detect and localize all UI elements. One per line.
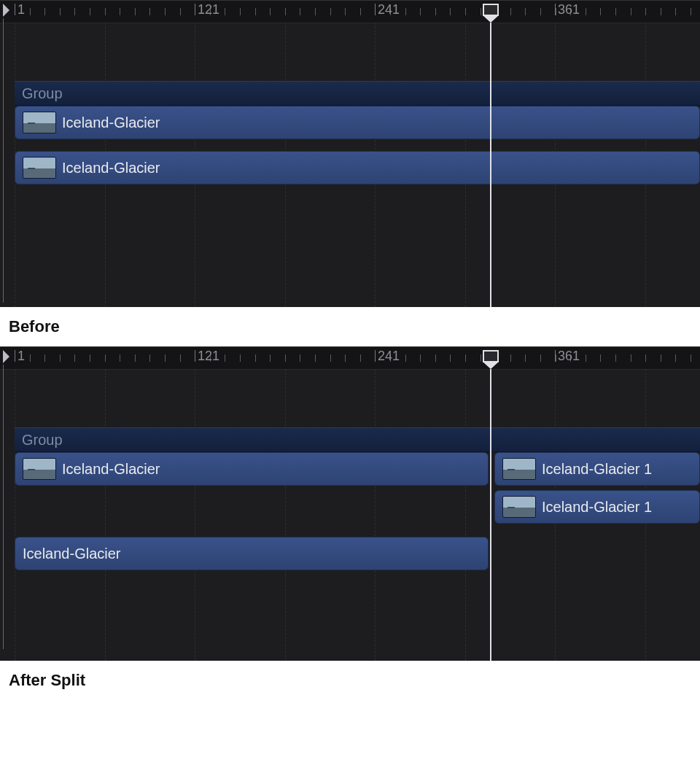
ruler-tick	[135, 354, 136, 362]
caption-before: Before	[9, 317, 700, 336]
ruler-tick	[180, 354, 181, 362]
gridline	[195, 369, 195, 661]
ruler-tick	[180, 8, 181, 15]
ruler-tick	[165, 354, 166, 362]
ruler-tick	[90, 8, 90, 15]
ruler-tick	[120, 354, 120, 362]
start-marker-icon[interactable]	[3, 350, 9, 363]
timeline-ruler[interactable]: 1121241361	[0, 1, 700, 23]
ruler-tick	[315, 354, 316, 362]
ruler-tick	[135, 8, 136, 15]
group-header[interactable]: Group	[15, 427, 700, 452]
timeline-clip[interactable]: Iceland-Glacier	[15, 537, 489, 570]
ruler-major-tick	[375, 350, 376, 362]
ruler-tick	[270, 354, 271, 362]
gridline	[105, 369, 106, 661]
ruler-tick	[345, 8, 346, 15]
ruler-tick-label: 121	[198, 2, 219, 18]
ruler-tick	[465, 8, 466, 15]
ruler-tick	[420, 354, 421, 362]
ruler-tick	[30, 8, 31, 15]
ruler-tick	[255, 8, 256, 15]
ruler-tick	[120, 8, 120, 15]
caption-after: After Split	[9, 671, 700, 690]
ruler-tick	[691, 354, 691, 362]
ruler-major-tick	[15, 4, 15, 15]
ruler-major-tick	[195, 4, 195, 15]
ruler-major-tick	[15, 350, 15, 362]
clip-thumbnail-icon	[23, 112, 56, 133]
ruler-tick	[675, 354, 676, 362]
ruler-tick	[495, 8, 496, 15]
timeline-clip[interactable]: Iceland-Glacier	[15, 106, 700, 139]
ruler-tick	[300, 354, 300, 362]
ruler-tick	[420, 8, 421, 15]
clip-thumbnail-icon	[502, 496, 536, 518]
ruler-tick	[661, 8, 661, 15]
ruler-tick-label: 121	[198, 349, 219, 364]
clip-label: Iceland-Glacier	[23, 546, 121, 562]
ruler-tick-label: 361	[558, 349, 580, 364]
ruler-tick	[586, 8, 586, 15]
ruler-tick	[30, 354, 31, 362]
ruler-tick	[405, 8, 406, 15]
ruler-tick	[405, 354, 406, 362]
ruler-tick	[149, 8, 150, 15]
timeline-ruler[interactable]: 1121241361	[0, 347, 700, 370]
timeline-clip[interactable]: Iceland-Glacier	[15, 151, 700, 185]
ruler-tick	[510, 354, 511, 362]
timeline-clip[interactable]: Iceland-Glacier 1	[494, 490, 700, 524]
ruler-tick	[105, 8, 106, 15]
ruler-tick-label: 241	[378, 349, 400, 364]
timeline-clip[interactable]: Iceland-Glacier	[15, 452, 489, 486]
ruler-tick	[315, 8, 316, 15]
ruler-tick	[165, 8, 166, 15]
ruler-tick	[330, 8, 331, 15]
ruler-tick	[631, 8, 631, 15]
ruler-major-tick	[555, 4, 556, 15]
timeline-clip[interactable]: Iceland-Glacier 1	[494, 452, 700, 486]
ruler-major-tick	[195, 350, 195, 362]
ruler-tick	[300, 8, 300, 15]
timeline-panel-before[interactable]: 1121241361 Group Iceland-GlacierIceland-…	[0, 0, 700, 307]
ruler-tick	[645, 8, 646, 15]
start-marker-icon[interactable]	[3, 4, 9, 17]
clip-label: Iceland-Glacier 1	[542, 461, 652, 478]
group-label: Group	[22, 432, 63, 449]
ruler-tick	[360, 354, 361, 362]
clip-label: Iceland-Glacier	[62, 461, 160, 478]
ruler-tick	[691, 8, 691, 15]
ruler-tick	[450, 354, 451, 362]
ruler-tick	[615, 354, 616, 362]
ruler-tick	[240, 354, 241, 362]
ruler-tick	[345, 354, 346, 362]
ruler-tick	[481, 354, 481, 362]
gridline	[375, 369, 376, 661]
ruler-tick	[525, 8, 526, 15]
gridline	[285, 369, 286, 661]
group-label: Group	[22, 85, 63, 102]
ruler-major-tick	[375, 4, 376, 15]
ruler-tick	[540, 8, 541, 15]
ruler-tick	[225, 8, 225, 15]
ruler-tick	[435, 8, 436, 15]
ruler-tick	[465, 354, 466, 362]
ruler-tick	[330, 354, 331, 362]
ruler-major-tick	[555, 350, 556, 362]
ruler-tick-label: 241	[378, 2, 400, 18]
ruler-tick	[495, 354, 496, 362]
timeline-panel-after[interactable]: 1121241361 Group Iceland-GlacierIceland-…	[0, 346, 700, 661]
clip-thumbnail-icon	[23, 157, 56, 179]
ruler-tick	[631, 354, 631, 362]
ruler-tick	[600, 8, 601, 15]
group-header[interactable]: Group	[15, 81, 700, 106]
clip-thumbnail-icon	[23, 458, 56, 480]
ruler-tick	[240, 8, 241, 15]
ruler-tick	[270, 8, 271, 15]
ruler-tick	[540, 354, 541, 362]
ruler-tick	[586, 354, 586, 362]
ruler-tick	[285, 8, 286, 15]
ruler-tick	[675, 8, 676, 15]
ruler-tick	[60, 8, 61, 15]
gridline	[465, 369, 466, 661]
